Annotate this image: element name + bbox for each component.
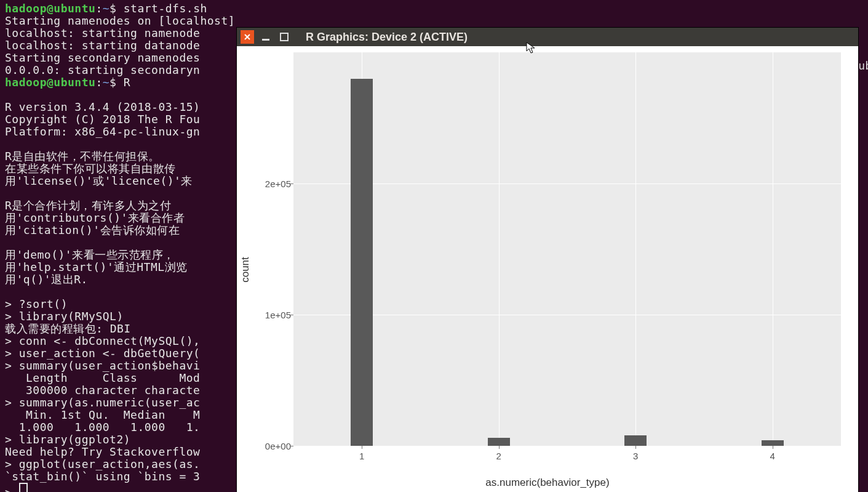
chart-bar <box>488 438 510 446</box>
x-axis-label: as.numeric(behavior_type) <box>485 477 609 489</box>
y-axis-label: count <box>239 257 252 283</box>
chart-area: count as.numeric(behavior_type) 0e+001e+… <box>237 46 858 492</box>
plot-panel <box>293 52 841 446</box>
svg-rect-0 <box>262 39 269 41</box>
x-tick-label: 1 <box>359 451 364 461</box>
close-icon[interactable] <box>241 30 254 44</box>
terminal-line: hadoop@ubuntu:~$ start-dfs.sh <box>5 2 868 15</box>
y-tick-label: 0e+00 <box>265 441 291 451</box>
x-tick-label: 2 <box>496 451 501 461</box>
chart-bar <box>762 440 784 446</box>
chart-bar <box>624 435 647 446</box>
r-graphics-window[interactable]: R Graphics: Device 2 (ACTIVE) count as.n… <box>236 27 859 492</box>
terminal-line: Starting namenodes on [localhost] <box>5 15 868 27</box>
svg-rect-1 <box>281 33 288 41</box>
window-title: R Graphics: Device 2 (ACTIVE) <box>306 31 468 44</box>
x-tick-label: 4 <box>770 451 775 461</box>
maximize-icon[interactable] <box>277 30 291 44</box>
minimize-icon[interactable] <box>259 30 273 44</box>
x-tick-label: 3 <box>633 451 638 461</box>
y-tick-label: 2e+05 <box>265 179 291 189</box>
y-tick-label: 1e+05 <box>265 310 291 320</box>
chart-bar <box>351 79 373 446</box>
window-titlebar[interactable]: R Graphics: Device 2 (ACTIVE) <box>237 28 858 46</box>
